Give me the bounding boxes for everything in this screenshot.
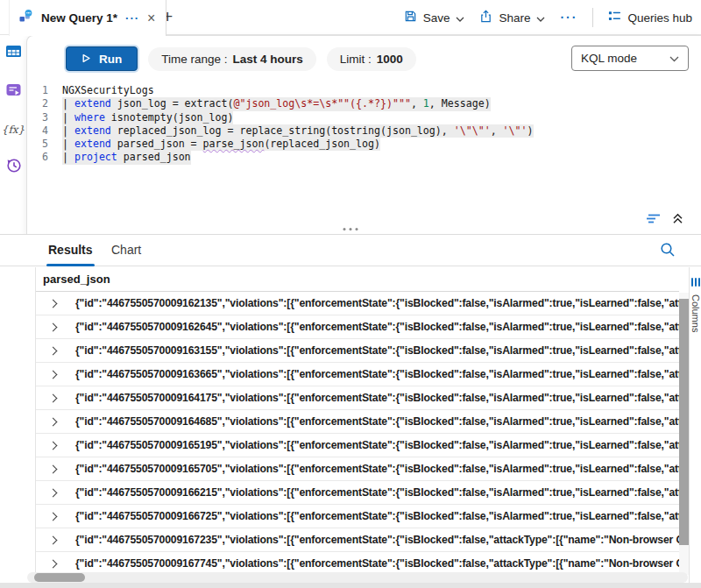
cell-parsed-json: {"id":"4467550570009162135","violations"… [75, 297, 680, 309]
query-history-icon[interactable] [5, 157, 22, 177]
expand-chevron-icon[interactable] [49, 464, 58, 473]
active-tab-underline [46, 264, 95, 266]
query-editor[interactable]: 1NGXSecurityLogs2| extend json_log = ext… [27, 84, 699, 165]
queries-hub-label: Queries hub [627, 11, 692, 25]
run-button[interactable]: Run [66, 46, 138, 71]
expand-chevron-icon[interactable] [49, 299, 58, 308]
limit-picker[interactable]: Limit : 1000 [327, 47, 416, 71]
line-number: 6 [27, 151, 62, 164]
run-label: Run [99, 53, 122, 66]
line-number: 2 [27, 97, 62, 110]
kql-mode-select[interactable]: KQL mode [571, 46, 689, 71]
code-line[interactable]: 3| where isnotempty(json_log) [27, 111, 699, 124]
code-text: NGXSecurityLogs [62, 84, 154, 97]
functions-icon[interactable]: {fx} [2, 121, 25, 137]
result-row[interactable]: {"id":"4467550570009167235","violations"… [36, 528, 680, 552]
query-toolbar: Run Time range : Last 4 hours Limit : 10… [66, 46, 416, 71]
result-row[interactable]: {"id":"4467550570009163665","violations"… [36, 363, 680, 386]
column-header-parsed-json[interactable]: parsed_json [36, 267, 679, 292]
collapse-editor-icon[interactable] [672, 213, 683, 224]
window-bottom-edge [0, 583, 701, 588]
share-label: Share [499, 11, 530, 25]
expand-chevron-icon[interactable] [49, 417, 58, 426]
horizontal-scrollbar-track[interactable] [27, 572, 688, 583]
cell-parsed-json: {"id":"4467550570009164175","violations"… [75, 392, 680, 404]
result-row[interactable]: {"id":"4467550570009164175","violations"… [36, 386, 680, 410]
limit-label: Limit : [340, 53, 372, 66]
cell-parsed-json: {"id":"4467550570009165705","violations"… [75, 463, 680, 475]
tab-more-options-icon[interactable]: ··· [125, 14, 139, 23]
share-icon [479, 10, 492, 25]
chevron-down-icon [536, 11, 545, 25]
result-row[interactable]: {"id":"4467550570009166725","violations"… [36, 505, 680, 528]
code-line[interactable]: 6| project parsed_json [27, 151, 699, 164]
result-row[interactable]: {"id":"4467550570009162135","violations"… [36, 292, 680, 315]
tab-results[interactable]: Results [48, 243, 93, 257]
tab-chart[interactable]: Chart [111, 243, 141, 257]
cell-parsed-json: {"id":"4467550570009162645","violations"… [75, 321, 680, 333]
result-row[interactable]: {"id":"4467550570009164685","violations"… [36, 410, 680, 434]
code-text: | project parsed_json [62, 151, 191, 164]
expand-chevron-icon[interactable] [49, 559, 58, 568]
search-results-icon[interactable] [660, 242, 676, 261]
time-range-value: Last 4 hours [233, 53, 303, 66]
play-icon [81, 53, 91, 66]
results-tab-strip: Results Chart [0, 235, 701, 266]
line-number: 3 [27, 111, 62, 124]
expand-chevron-icon[interactable] [49, 535, 58, 544]
tab-title: New Query 1* [41, 11, 117, 25]
code-line[interactable]: 1NGXSecurityLogs [27, 84, 699, 97]
time-range-label: Time range : [161, 53, 227, 66]
cell-parsed-json: {"id":"4467550570009165195","violations"… [75, 439, 680, 451]
tables-view-icon[interactable] [5, 44, 22, 62]
code-text: | extend json_log = extract(@"json_log\s… [62, 97, 491, 110]
expand-chevron-icon[interactable] [49, 488, 58, 497]
cell-parsed-json: {"id":"4467550570009163155","violations"… [75, 344, 680, 357]
columns-icon [691, 278, 700, 287]
chevron-down-icon [669, 52, 679, 65]
horizontal-scrollbar-thumb[interactable] [34, 573, 85, 582]
code-text: | extend replaced_json_log = replace_str… [62, 124, 534, 138]
tab-close-icon[interactable]: × [147, 12, 155, 25]
time-range-picker[interactable]: Time range : Last 4 hours [148, 47, 316, 71]
recall-results-icon[interactable] [646, 213, 662, 224]
adx-query-icon [18, 9, 33, 27]
query-tab-bar: New Query 1* ··· × + Save [0, 0, 701, 35]
result-row[interactable]: {"id":"4467550570009162645","violations"… [36, 315, 680, 339]
adx-web-ui: New Query 1* ··· × + Save [0, 0, 701, 588]
divider [592, 8, 593, 27]
saved-queries-icon[interactable] [5, 82, 22, 101]
top-actions: Save Share ··· [404, 0, 692, 35]
queries-hub-button[interactable]: Queries hub [608, 10, 692, 25]
pane-splitter-handle[interactable] [343, 228, 358, 230]
code-line[interactable]: 5| extend parsed_json = parse_json(repla… [27, 138, 699, 151]
code-line[interactable]: 4| extend replaced_json_log = replace_st… [27, 124, 699, 138]
result-row[interactable]: {"id":"4467550570009163155","violations"… [36, 339, 680, 363]
cell-parsed-json: {"id":"4467550570009164685","violations"… [75, 415, 680, 428]
cell-parsed-json: {"id":"4467550570009166215","violations"… [75, 486, 680, 499]
save-icon [404, 10, 417, 25]
expand-chevron-icon[interactable] [49, 393, 58, 402]
share-button[interactable]: Share [479, 10, 545, 25]
result-row[interactable]: {"id":"4467550570009165195","violations"… [36, 434, 680, 457]
expand-chevron-icon[interactable] [49, 370, 58, 379]
expand-chevron-icon[interactable] [49, 322, 58, 331]
columns-panel-label: Columns [690, 294, 701, 332]
cell-parsed-json: {"id":"4467550570009167745","violations"… [75, 557, 680, 570]
queries-hub-icon [608, 10, 621, 25]
expand-chevron-icon[interactable] [49, 441, 58, 450]
result-row[interactable]: {"id":"4467550570009165705","violations"… [36, 457, 680, 481]
save-button[interactable]: Save [404, 10, 465, 25]
expand-chevron-icon[interactable] [49, 346, 58, 355]
chevron-down-icon [456, 11, 464, 25]
more-options-button[interactable]: ··· [560, 11, 577, 25]
code-line[interactable]: 2| extend json_log = extract(@"json_log\… [27, 97, 699, 110]
columns-panel-tab[interactable]: Columns [689, 267, 701, 583]
vertical-scrollbar-thumb[interactable] [679, 299, 689, 545]
cell-parsed-json: {"id":"4467550570009166725","violations"… [75, 510, 680, 522]
grid-rows: {"id":"4467550570009162135","violations"… [36, 292, 680, 576]
query-tab[interactable]: New Query 1* ··· × [9, 0, 166, 36]
result-row[interactable]: {"id":"4467550570009166215","violations"… [36, 481, 680, 505]
cell-parsed-json: {"id":"4467550570009163665","violations"… [75, 368, 680, 380]
expand-chevron-icon[interactable] [49, 512, 58, 521]
